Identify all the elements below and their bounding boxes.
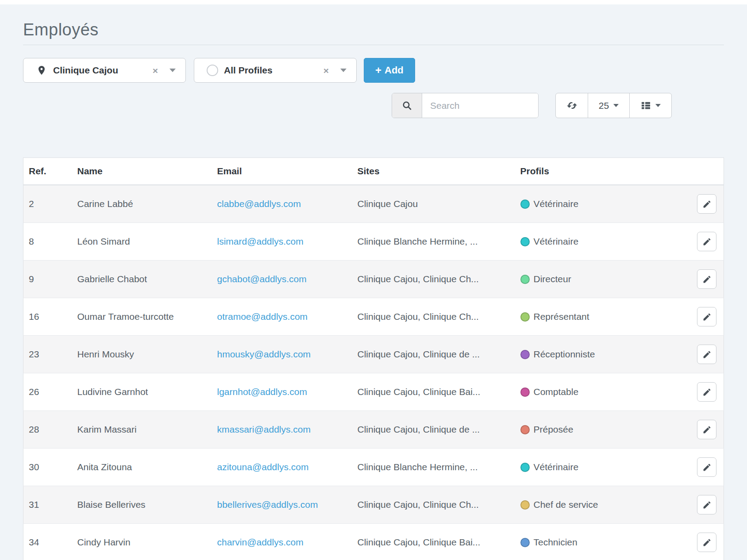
- refresh-button[interactable]: [555, 93, 588, 118]
- email-cell: kmassari@addlys.com: [212, 411, 352, 449]
- actions-cell: [648, 298, 724, 336]
- page-size-value: 25: [599, 100, 609, 111]
- edit-button[interactable]: [697, 232, 716, 251]
- chevron-down-icon: [340, 69, 347, 72]
- actions-cell: [648, 373, 724, 411]
- profile-label: Vétérinaire: [534, 199, 579, 209]
- ref-cell: 31: [23, 486, 72, 524]
- email-link[interactable]: azitouna@addlys.com: [217, 462, 309, 472]
- pencil-icon: [702, 275, 712, 284]
- list-columns-icon: [641, 100, 651, 111]
- edit-button[interactable]: [697, 269, 716, 289]
- table-row: 30 Anita Zitouna azitouna@addlys.com Cli…: [23, 449, 724, 486]
- email-cell: clabbe@addlys.com: [212, 185, 352, 223]
- sites-cell: Clinique Cajou, Clinique Ch...: [352, 261, 515, 298]
- name-cell: Oumar Tramoe-turcotte: [72, 298, 212, 336]
- page-title: Employés: [23, 20, 724, 39]
- clear-site-filter-icon[interactable]: ×: [153, 66, 158, 75]
- email-cell: gchabot@addlys.com: [212, 261, 352, 298]
- sites-cell: Clinique Blanche Hermine, ...: [352, 223, 515, 261]
- table-row: 8 Léon Simard lsimard@addlys.com Cliniqu…: [23, 223, 724, 261]
- name-cell: Karim Massari: [72, 411, 212, 449]
- edit-button[interactable]: [697, 495, 716, 514]
- add-button[interactable]: + Add: [364, 58, 415, 83]
- edit-button[interactable]: [697, 533, 716, 552]
- chevron-down-icon: [613, 104, 619, 107]
- ref-cell: 8: [23, 223, 72, 261]
- email-link[interactable]: otramoe@addlys.com: [217, 311, 308, 322]
- email-link[interactable]: lgarnhot@addlys.com: [217, 387, 307, 397]
- actions-cell: [648, 336, 724, 373]
- name-cell: Blaise Bellerives: [72, 486, 212, 524]
- profile-color-dot: [520, 463, 530, 472]
- page-size-dropdown[interactable]: 25: [588, 93, 630, 118]
- name-cell: Anita Zitouna: [72, 449, 212, 486]
- sites-cell: Clinique Blanche Hermine, ...: [352, 449, 515, 486]
- profile-label: Directeur: [534, 274, 571, 284]
- profile-color-dot: [520, 538, 530, 547]
- profils-cell: Comptable: [515, 373, 648, 411]
- email-link[interactable]: gchabot@addlys.com: [217, 274, 307, 284]
- ref-cell: 9: [23, 261, 72, 298]
- refresh-icon: [566, 100, 578, 111]
- email-link[interactable]: bbellerives@addlys.com: [217, 499, 318, 510]
- columns-dropdown[interactable]: [629, 93, 672, 118]
- email-cell: lgarnhot@addlys.com: [212, 373, 352, 411]
- employees-table: Ref. Name Email Sites Profils 2 Carine L…: [23, 157, 724, 560]
- search-input[interactable]: [422, 93, 538, 118]
- ref-cell: 34: [23, 524, 72, 560]
- email-cell: bbellerives@addlys.com: [212, 486, 352, 524]
- edit-button[interactable]: [697, 345, 716, 364]
- plus-icon: +: [375, 65, 381, 76]
- pencil-icon: [702, 350, 712, 359]
- pencil-icon: [702, 425, 712, 434]
- name-cell: Cindy Harvin: [72, 524, 212, 560]
- table-toolbar: 25: [23, 93, 724, 118]
- email-link[interactable]: hmousky@addlys.com: [217, 349, 311, 359]
- table-row: 34 Cindy Harvin charvin@addlys.com Clini…: [23, 524, 724, 560]
- email-cell: hmousky@addlys.com: [212, 336, 352, 373]
- pencil-icon: [702, 312, 712, 322]
- profile-label: Technicien: [534, 537, 578, 547]
- add-button-label: Add: [385, 65, 404, 76]
- sites-cell: Clinique Cajou, Clinique de ...: [352, 336, 515, 373]
- email-link[interactable]: lsimard@addlys.com: [217, 236, 304, 246]
- employees-page: Employés Clinique Cajou × All Profiles ×…: [0, 20, 747, 560]
- edit-button[interactable]: [697, 194, 716, 214]
- actions-cell: [648, 524, 724, 560]
- profils-cell: Vétérinaire: [515, 449, 648, 486]
- profile-label: Réceptionniste: [534, 349, 595, 359]
- sites-cell: Clinique Cajou, Clinique de ...: [352, 411, 515, 449]
- email-cell: otramoe@addlys.com: [212, 298, 352, 336]
- pencil-icon: [702, 237, 712, 246]
- edit-button[interactable]: [697, 420, 716, 439]
- pencil-icon: [702, 199, 712, 209]
- column-header-profils: Profils: [515, 158, 648, 185]
- ref-cell: 28: [23, 411, 72, 449]
- actions-cell: [648, 486, 724, 524]
- top-strip: [0, 0, 747, 4]
- edit-button[interactable]: [697, 457, 716, 477]
- profile-filter-dropdown[interactable]: All Profiles ×: [194, 58, 357, 83]
- table-row: 2 Carine Labbé clabbe@addlys.com Cliniqu…: [23, 185, 724, 223]
- edit-button[interactable]: [697, 307, 716, 326]
- column-header-ref: Ref.: [23, 158, 72, 185]
- profile-filter-value: All Profiles: [224, 65, 323, 76]
- edit-button[interactable]: [697, 382, 716, 402]
- employee-table-body: 2 Carine Labbé clabbe@addlys.com Cliniqu…: [23, 185, 724, 560]
- actions-cell: [648, 261, 724, 298]
- profile-label: Vétérinaire: [534, 236, 579, 246]
- clear-profile-filter-icon[interactable]: ×: [323, 66, 329, 75]
- profile-color-dot: [520, 237, 530, 246]
- email-link[interactable]: kmassari@addlys.com: [217, 424, 311, 434]
- email-link[interactable]: charvin@addlys.com: [217, 537, 304, 547]
- table-row: 23 Henri Mousky hmousky@addlys.com Clini…: [23, 336, 724, 373]
- profile-label: Représentant: [534, 311, 589, 322]
- ref-cell: 23: [23, 336, 72, 373]
- email-link[interactable]: clabbe@addlys.com: [217, 199, 301, 209]
- pencil-icon: [702, 538, 712, 547]
- site-filter-dropdown[interactable]: Clinique Cajou ×: [23, 58, 186, 83]
- name-cell: Léon Simard: [72, 223, 212, 261]
- profile-color-dot: [520, 425, 530, 434]
- profile-color-dot: [520, 275, 530, 284]
